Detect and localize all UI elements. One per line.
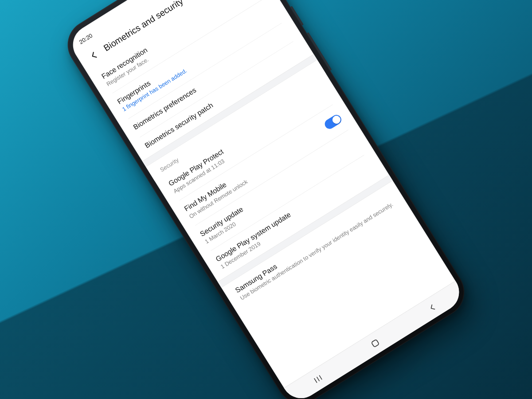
svg-rect-4	[372, 340, 379, 348]
nav-back-button[interactable]	[424, 299, 441, 317]
back-button[interactable]	[86, 47, 103, 64]
svg-line-2	[317, 377, 319, 381]
status-time: 20:20	[78, 32, 94, 45]
find-my-mobile-toggle[interactable]	[323, 113, 343, 131]
nav-home-button[interactable]	[367, 335, 384, 352]
phone-screen: 20:20	[66, 0, 466, 399]
settings-list: Face recognition Register your face. Fin…	[88, 0, 408, 313]
stage: 20:20	[0, 0, 532, 399]
nav-recents-button[interactable]	[309, 371, 327, 388]
